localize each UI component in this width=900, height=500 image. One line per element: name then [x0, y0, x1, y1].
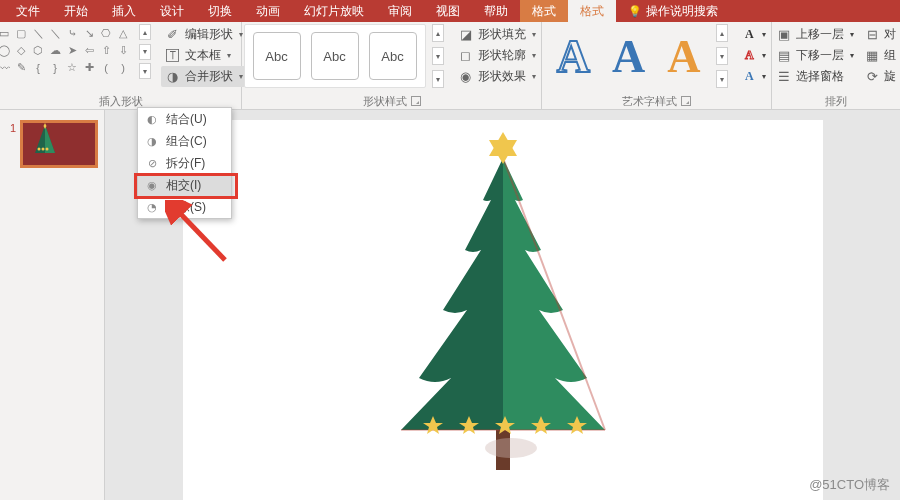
shape-leftarr-icon[interactable]: ⇦: [82, 43, 97, 58]
wordart-launcher[interactable]: [681, 96, 691, 106]
shape-brace2-icon[interactable]: }: [48, 60, 63, 75]
arrange-col-1: ▣ 上移一层▾ ▤ 下移一层▾ ☰ 选择窗格: [776, 24, 854, 87]
style-preset-2[interactable]: Abc: [311, 32, 359, 80]
style-gallery-down[interactable]: ▾: [432, 47, 444, 65]
merge-subtract-item[interactable]: ◔ 剪除(S): [138, 196, 231, 218]
shape-bracket-icon[interactable]: (: [99, 60, 114, 75]
wordart-preset-1[interactable]: A: [557, 30, 590, 83]
align-icon: ⊟: [864, 27, 880, 43]
merge-shapes-menu: ◐ 结合(U) ◑ 组合(C) ⊘ 拆分(F) ◉ 相交(I) ◔ 剪除(S): [137, 107, 232, 219]
group-wordart-styles: A A A ▴ ▾ ▾ A▾ A▾ A▾ 艺术字样式: [542, 22, 772, 109]
shapes-gallery[interactable]: ▭ ▢ ＼ ＼ ⤷ ↘ ⎔ △ ◯ ◇ ⬡ ☁ ➤ ⇦ ⇧ ⇩ 〰 ✎ { }: [0, 24, 133, 77]
wordart-gallery-up[interactable]: ▴: [716, 24, 728, 42]
text-fill-button[interactable]: A▾: [740, 24, 766, 45]
shape-diamond-icon[interactable]: ◇: [14, 43, 29, 58]
group-button[interactable]: ▦ 组: [864, 45, 896, 66]
selection-pane-button[interactable]: ☰ 选择窗格: [776, 66, 854, 87]
slide[interactable]: [183, 120, 823, 500]
shape-oval-icon[interactable]: ◯: [0, 43, 12, 58]
thumb-tree-icon: [31, 123, 59, 161]
tab-review[interactable]: 审阅: [376, 0, 424, 22]
tab-home[interactable]: 开始: [52, 0, 100, 22]
shape-callout-icon[interactable]: ⎔: [99, 26, 114, 41]
tab-transition[interactable]: 切换: [196, 0, 244, 22]
selection-pane-label: 选择窗格: [796, 68, 844, 85]
christmas-tree-shape[interactable]: [373, 130, 633, 470]
wordart-preset-2[interactable]: A: [612, 30, 645, 83]
shape-arrow-icon[interactable]: ↘: [82, 26, 97, 41]
tab-slideshow[interactable]: 幻灯片放映: [292, 0, 376, 22]
shapes-gallery-more-button[interactable]: ▾: [139, 63, 151, 79]
shape-uparr-icon[interactable]: ⇧: [99, 43, 114, 58]
merge-shapes-button[interactable]: ◑ 合并形状: [161, 66, 247, 87]
group-label: 组: [884, 47, 896, 64]
send-backward-icon: ▤: [776, 48, 792, 64]
shapes-gallery-up-button[interactable]: ▴: [139, 24, 151, 40]
fragment-icon: ⊘: [144, 155, 160, 171]
tab-insert[interactable]: 插入: [100, 0, 148, 22]
shape-plus-icon[interactable]: ✚: [82, 60, 97, 75]
shape-downarr-icon[interactable]: ⇩: [116, 43, 131, 58]
shape-outline-button[interactable]: ◻ 形状轮廓: [454, 45, 540, 66]
group-wordart-label: 艺术字样式: [622, 93, 677, 109]
text-box-button[interactable]: 🅃 文本框: [161, 45, 247, 66]
edit-shape-button[interactable]: ✐ 编辑形状: [161, 24, 247, 45]
tab-format-tools-2[interactable]: 格式: [568, 0, 616, 22]
merge-intersect-item[interactable]: ◉ 相交(I): [138, 174, 231, 196]
shape-fill-button[interactable]: ◪ 形状填充: [454, 24, 540, 45]
text-outline-button[interactable]: A▾: [740, 45, 766, 66]
svg-point-3: [42, 148, 45, 151]
shape-brace-icon[interactable]: {: [31, 60, 46, 75]
group-icon: ▦: [864, 48, 880, 64]
tab-help[interactable]: 帮助: [472, 0, 520, 22]
bring-forward-icon: ▣: [776, 27, 792, 43]
text-effects-button[interactable]: A▾: [740, 66, 766, 87]
shapes-gallery-down-button[interactable]: ▾: [139, 44, 151, 60]
shape-rect-icon[interactable]: ▭: [0, 26, 12, 41]
merge-subtract-label: 剪除(S): [166, 199, 206, 216]
wordart-gallery[interactable]: A A A: [547, 24, 711, 88]
shape-line2-icon[interactable]: ＼: [48, 26, 63, 41]
rotate-button[interactable]: ⟳ 旋: [864, 66, 896, 87]
tab-design[interactable]: 设计: [148, 0, 196, 22]
wordart-preset-3[interactable]: A: [667, 30, 700, 83]
wordart-tools: A▾ A▾ A▾: [740, 24, 766, 87]
merge-fragment-item[interactable]: ⊘ 拆分(F): [138, 152, 231, 174]
style-preset-1[interactable]: Abc: [253, 32, 301, 80]
tell-me-search[interactable]: 操作说明搜索: [616, 0, 730, 22]
shape-hex-icon[interactable]: ⬡: [31, 43, 46, 58]
bring-forward-button[interactable]: ▣ 上移一层▾: [776, 24, 854, 45]
shape-effects-icon: ◉: [458, 69, 474, 85]
align-button[interactable]: ⊟ 对: [864, 24, 896, 45]
style-preset-3[interactable]: Abc: [369, 32, 417, 80]
wordart-gallery-down[interactable]: ▾: [716, 47, 728, 65]
svg-point-4: [46, 148, 49, 151]
tab-animation[interactable]: 动画: [244, 0, 292, 22]
style-gallery-up[interactable]: ▴: [432, 24, 444, 42]
send-backward-button[interactable]: ▤ 下移一层▾: [776, 45, 854, 66]
shape-curve-icon[interactable]: 〰: [0, 60, 12, 75]
shape-bracket2-icon[interactable]: ): [116, 60, 131, 75]
shape-star-icon[interactable]: ☆: [65, 60, 80, 75]
rotate-icon: ⟳: [864, 69, 880, 85]
shape-line-icon[interactable]: ＼: [31, 26, 46, 41]
shape-effects-button[interactable]: ◉ 形状效果: [454, 66, 540, 87]
wordart-gallery-more[interactable]: ▾: [716, 70, 728, 88]
tab-file[interactable]: 文件: [4, 0, 52, 22]
shape-styles-launcher[interactable]: [411, 96, 421, 106]
merge-combine-item[interactable]: ◑ 组合(C): [138, 130, 231, 152]
shape-triangle-icon[interactable]: △: [116, 26, 131, 41]
slide-thumbnail-1[interactable]: [20, 120, 98, 168]
merge-union-item[interactable]: ◐ 结合(U): [138, 108, 231, 130]
group-arrange: ▣ 上移一层▾ ▤ 下移一层▾ ☰ 选择窗格 ⊟ 对 ▦ 组 ⟳: [772, 22, 900, 109]
shape-freeform-icon[interactable]: ✎: [14, 60, 29, 75]
send-backward-label: 下移一层: [796, 47, 844, 64]
shape-rrect-icon[interactable]: ▢: [14, 26, 29, 41]
shape-elbow-icon[interactable]: ⤷: [65, 26, 80, 41]
tab-format-tools-1[interactable]: 格式: [520, 0, 568, 22]
shape-cloud-icon[interactable]: ☁: [48, 43, 63, 58]
tab-view[interactable]: 视图: [424, 0, 472, 22]
shape-style-gallery[interactable]: Abc Abc Abc: [244, 24, 426, 88]
style-gallery-more[interactable]: ▾: [432, 70, 444, 88]
shape-chevron-icon[interactable]: ➤: [65, 43, 80, 58]
